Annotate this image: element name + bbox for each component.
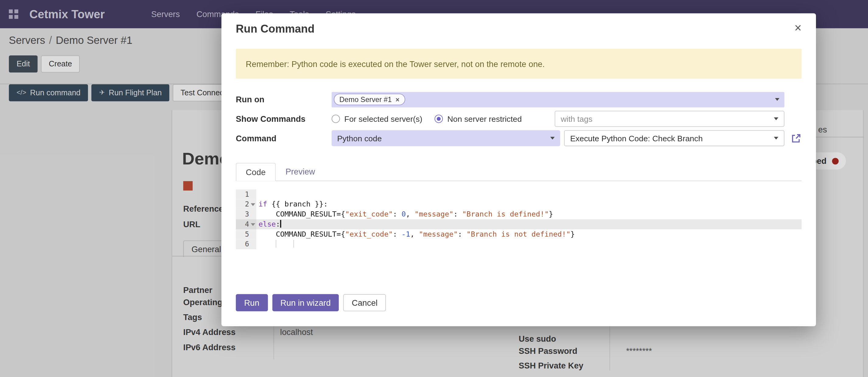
- code-token: "Branch is not defined!": [467, 230, 571, 238]
- modal-footer: Run Run in wizard Cancel: [236, 294, 386, 311]
- caret-down-icon: [774, 118, 778, 120]
- fold-arrow-icon[interactable]: [251, 203, 255, 206]
- code-token: [258, 240, 276, 248]
- server-tag-label: Demo Server #1: [339, 95, 392, 104]
- external-link-icon[interactable]: [790, 133, 801, 144]
- modal-header: Run Command ×: [236, 13, 802, 36]
- run-on-label: Run on: [236, 95, 332, 104]
- code-token: "message": [414, 210, 454, 218]
- run-in-wizard-button[interactable]: Run in wizard: [272, 294, 339, 311]
- code-token: :: [393, 230, 401, 238]
- code-token: }: [570, 230, 575, 238]
- server-tag[interactable]: Demo Server #1 ×: [334, 93, 405, 105]
- line-number: 2: [236, 200, 256, 209]
- text-cursor: [280, 220, 281, 228]
- modal-form: Run on Demo Server #1 × Show Commands: [236, 91, 802, 146]
- radio-non-restricted-label[interactable]: Non server restricted: [447, 115, 522, 123]
- code-line-row: 6: [236, 239, 802, 250]
- code-line: COMMAND_RESULT={"exit_code": 0, "message…: [256, 209, 802, 220]
- line-number: 6: [236, 239, 256, 250]
- code-token: "exit_code": [345, 230, 393, 238]
- code-token: :: [276, 220, 280, 228]
- modal-title: Run Command: [236, 23, 315, 36]
- fold-arrow-icon[interactable]: [251, 223, 255, 226]
- run-on-row: Run on Demo Server #1 ×: [236, 91, 802, 108]
- run-button[interactable]: Run: [236, 294, 268, 311]
- code-line-row: 5 COMMAND_RESULT={"exit_code": -1, "mess…: [236, 229, 802, 239]
- code-editor[interactable]: 1 2 if {{ branch }}: 3 COMMAND_RESULT={"…: [236, 190, 802, 249]
- code-token: COMMAND_RESULT={: [258, 230, 345, 238]
- command-row: Command Python code Execute Python Code:…: [236, 130, 802, 146]
- show-commands-label: Show Commands: [236, 114, 332, 124]
- code-token: "exit_code": [345, 210, 393, 218]
- code-line: [256, 239, 802, 250]
- code-token: {{ branch }}:: [267, 200, 328, 208]
- tab-preview[interactable]: Preview: [276, 162, 326, 181]
- code-token: "message": [419, 230, 458, 238]
- command-label: Command: [236, 134, 332, 143]
- code-line-row: 1: [236, 190, 802, 200]
- code-line: if {{ branch }}:: [256, 200, 802, 209]
- code-token: :: [454, 210, 462, 218]
- app-stage: Cetmix Tower Servers Commands Files Tool…: [0, 0, 868, 377]
- code-token: if: [258, 200, 267, 208]
- code-line-row: 2 if {{ branch }}:: [236, 200, 802, 209]
- code-token: -1: [401, 230, 410, 238]
- caret-down-icon[interactable]: [775, 98, 779, 101]
- code-line: COMMAND_RESULT={"exit_code": -1, "messag…: [256, 229, 802, 239]
- tab-code[interactable]: Code: [236, 163, 276, 181]
- code-token: :: [393, 210, 401, 218]
- code-token: ,: [406, 210, 414, 218]
- run-command-modal: Run Command × Remember: Python code is e…: [222, 13, 816, 326]
- code-line: [256, 190, 802, 200]
- close-icon[interactable]: ×: [794, 23, 801, 34]
- warning-alert: Remember: Python code is executed on the…: [236, 49, 802, 79]
- with-tags-placeholder: with tags: [561, 115, 593, 123]
- remove-tag-icon[interactable]: ×: [396, 96, 400, 103]
- command-value: Execute Python Code: Check Branch: [570, 134, 703, 143]
- modal-tabs: Code Preview: [236, 162, 802, 181]
- code-token: }: [549, 210, 553, 218]
- code-token: "Branch is defined!": [462, 210, 549, 218]
- code-token: COMMAND_RESULT={: [258, 210, 345, 218]
- radio-selected-servers-label[interactable]: For selected server(s): [344, 115, 422, 123]
- line-number: 1: [236, 190, 256, 200]
- caret-down-icon: [774, 137, 778, 140]
- code-token: 0: [401, 210, 406, 218]
- show-commands-row: Show Commands For selected server(s) Non…: [236, 111, 802, 127]
- radio-non-restricted[interactable]: [435, 115, 443, 123]
- code-token: else: [258, 220, 276, 228]
- indent-guide: [276, 240, 293, 248]
- indent-guide: [293, 240, 294, 248]
- code-line-row: 3 COMMAND_RESULT={"exit_code": 0, "messa…: [236, 209, 802, 220]
- code-token: :: [458, 230, 466, 238]
- line-number: 5: [236, 229, 256, 239]
- radio-selected-servers[interactable]: [332, 115, 340, 123]
- line-number: 4: [236, 219, 256, 229]
- line-number: 3: [236, 209, 256, 220]
- code-token: ,: [410, 230, 419, 238]
- command-select[interactable]: Execute Python Code: Check Branch: [564, 130, 784, 146]
- run-on-field[interactable]: Demo Server #1 ×: [332, 92, 785, 107]
- command-type-value: Python code: [337, 134, 382, 143]
- caret-down-icon: [550, 137, 555, 140]
- command-type-select[interactable]: Python code: [332, 130, 560, 146]
- with-tags-select[interactable]: with tags: [555, 111, 785, 127]
- cancel-button[interactable]: Cancel: [343, 294, 386, 311]
- code-line: else:: [256, 219, 802, 229]
- code-line-row-active: 4 else:: [236, 219, 802, 229]
